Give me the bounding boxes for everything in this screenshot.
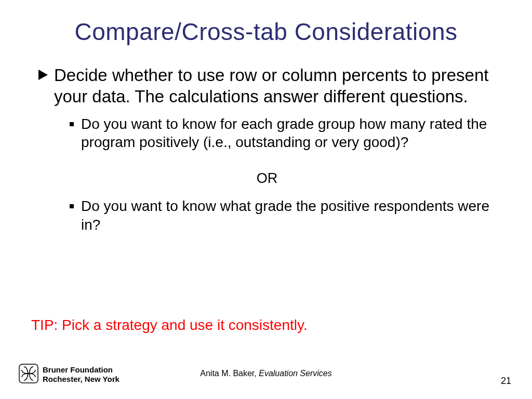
square-bullet-icon — [70, 122, 74, 126]
slide-footer: Bruner Foundation Rochester, New York An… — [0, 363, 532, 388]
sub2-text: Do you want to know what grade the posit… — [81, 197, 496, 234]
or-separator: OR — [70, 170, 464, 187]
slide-body: Decide whether to use row or column perc… — [38, 64, 496, 234]
bullet1-text: Decide whether to use row or column perc… — [54, 64, 496, 108]
svg-marker-0 — [38, 70, 48, 80]
triangle-bullet-icon — [38, 70, 48, 80]
square-bullet-icon — [70, 204, 74, 208]
sub-bullet-2: Do you want to know what grade the posit… — [70, 197, 496, 234]
slide-title: Compare/Cross-tab Considerations — [0, 18, 532, 46]
author-service: Evaluation Services — [259, 369, 332, 378]
page-number: 21 — [501, 376, 511, 387]
sub-bullet-1: Do you want to know for each grade group… — [70, 115, 496, 152]
slide: Compare/Cross-tab Considerations Decide … — [0, 0, 532, 399]
bullet-level1: Decide whether to use row or column perc… — [38, 64, 496, 108]
sub1-text: Do you want to know for each grade group… — [81, 115, 496, 152]
sub-bullet-list: Do you want to know for each grade group… — [70, 115, 496, 234]
tip-text: TIP: Pick a strategy and use it consiste… — [31, 317, 308, 334]
author-name: Anita M. Baker, — [200, 369, 259, 378]
footer-author: Anita M. Baker, Evaluation Services — [0, 369, 532, 378]
